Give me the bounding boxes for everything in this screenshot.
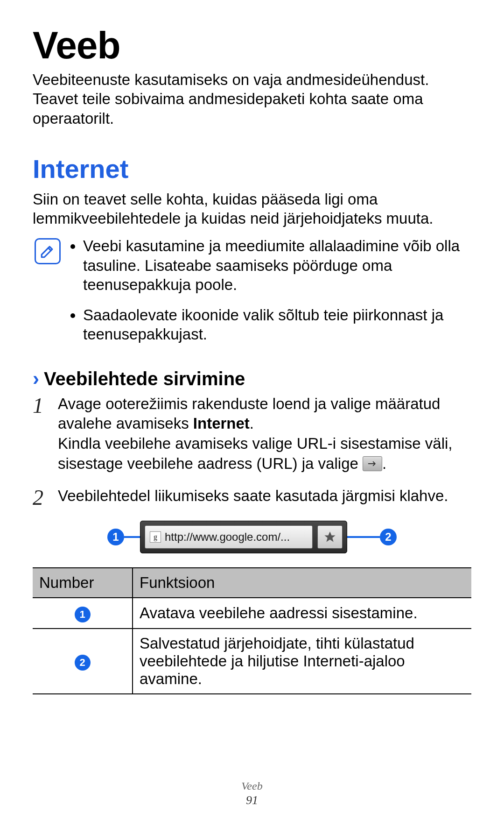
step-2: 2 Veebilehtedel liikumiseks saate kasuta… — [33, 486, 471, 509]
text: Kindla veebilehe avamiseks valige URL-i … — [58, 435, 453, 472]
page-title: Veeb — [33, 23, 471, 67]
text-bold: Internet — [193, 415, 250, 432]
step-body: Avage ooterežiimis rakenduste loend ja v… — [58, 394, 471, 474]
callout-badge: 2 — [75, 655, 91, 671]
callout-1: 1 — [107, 529, 124, 545]
page: Veeb Veebiteenuste kasutamiseks on vaja … — [0, 0, 504, 827]
table-row: 2 Salvestatud järjehoidjate, tihti külas… — [33, 629, 471, 694]
table-cell-desc: Salvestatud järjehoidjate, tihti külasta… — [133, 629, 471, 694]
text: . — [250, 415, 254, 432]
url-input[interactable]: g http://www.google.com/... — [145, 525, 313, 549]
step-number: 2 — [33, 486, 49, 509]
page-footer: Veeb 91 — [0, 780, 504, 807]
table-header-number: Number — [33, 568, 133, 598]
table-header-row: Number Funktsioon — [33, 568, 471, 598]
note-list: Veebi kasutamine ja meediumite allalaadi… — [69, 236, 471, 344]
browser-toolbar: g http://www.google.com/... — [140, 521, 347, 553]
url-text: http://www.google.com/... — [165, 530, 290, 544]
callout-badge: 1 — [75, 607, 91, 622]
step-body: Veebilehtedel liikumiseks saate kasutada… — [58, 486, 471, 509]
note-icon — [35, 238, 61, 264]
section-intro: Siin on teavet selle kohta, kuidas pääse… — [33, 190, 471, 228]
note-item: Veebi kasutamine ja meediumite allalaadi… — [83, 236, 471, 294]
table-header-function: Funktsioon — [133, 568, 471, 598]
browser-bar-illustration: 1 g http://www.google.com/... 2 — [33, 521, 471, 553]
table-row: 1 Avatava veebilehe aadressi sisestamine… — [33, 598, 471, 629]
chevron-right-icon: › — [33, 369, 39, 389]
functions-table: Number Funktsioon 1 Avatava veebilehe aa… — [33, 567, 471, 694]
callout-line — [124, 536, 140, 538]
favicon-icon: g — [150, 531, 161, 543]
footer-page-number: 91 — [0, 793, 504, 807]
section-title-internet: Internet — [33, 154, 471, 184]
go-arrow-button[interactable] — [363, 456, 382, 471]
callout-2: 2 — [380, 529, 397, 545]
table-cell-desc: Avatava veebilehe aadressi sisestamine. — [133, 598, 471, 629]
bookmarks-button[interactable] — [317, 525, 343, 549]
table-cell-number: 2 — [33, 629, 133, 694]
note-item: Saadaolevate ikoonide valik sõltub teie … — [83, 305, 471, 344]
note-block: Veebi kasutamine ja meediumite allalaadi… — [35, 236, 471, 344]
subsection-heading: › Veebilehtede sirvimine — [33, 368, 471, 389]
step-1: 1 Avage ooterežiimis rakenduste loend ja… — [33, 394, 471, 474]
callout-line — [347, 536, 380, 538]
page-intro: Veebiteenuste kasutamiseks on vaja andme… — [33, 70, 471, 128]
text: . — [382, 455, 386, 472]
step-number: 1 — [33, 394, 49, 474]
subsection-title: Veebilehtede sirvimine — [44, 368, 245, 389]
table-cell-number: 1 — [33, 598, 133, 629]
footer-section-title: Veeb — [0, 780, 504, 792]
